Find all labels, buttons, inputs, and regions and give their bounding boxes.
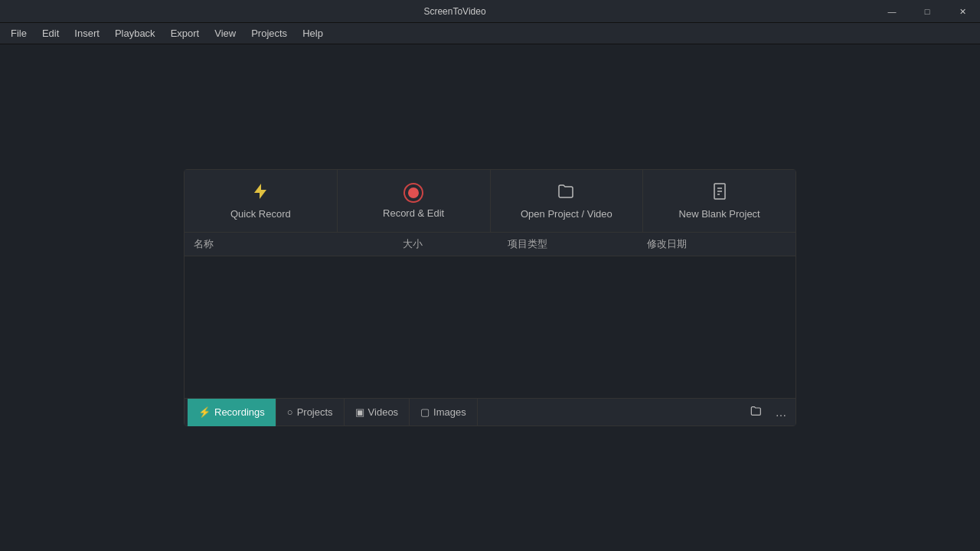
svg-marker-0	[254, 184, 266, 199]
menu-item-view[interactable]: View	[207, 24, 243, 42]
recordings-icon: ⚡	[198, 406, 211, 418]
quick-record-button[interactable]: Quick Record	[185, 170, 338, 232]
record-edit-button[interactable]: Record & Edit	[338, 170, 491, 232]
tab-projects[interactable]: ○ Projects	[276, 399, 345, 426]
titlebar-title: ScreenToVideo	[35, 6, 874, 17]
quick-record-label: Quick Record	[230, 208, 291, 220]
action-buttons: Quick Record Record & Edit Open Project …	[185, 170, 795, 233]
new-blank-label: New Blank Project	[679, 208, 760, 220]
open-project-button[interactable]: Open Project / Video	[491, 170, 644, 232]
minimize-button[interactable]: —	[874, 0, 910, 23]
document-icon	[710, 182, 729, 204]
center-panel: Quick Record Record & Edit Open Project …	[184, 169, 796, 426]
main-content: Quick Record Record & Edit Open Project …	[0, 44, 980, 551]
tab-recordings-label: Recordings	[214, 406, 265, 418]
tab-recordings[interactable]: ⚡ Recordings	[188, 399, 276, 426]
record-edit-label: Record & Edit	[383, 207, 444, 219]
col-size-header: 大小	[403, 237, 508, 251]
col-date-header: 修改日期	[647, 237, 786, 251]
folder-icon	[557, 182, 576, 204]
table-body	[185, 256, 795, 398]
menu-item-help[interactable]: Help	[295, 24, 331, 42]
menubar: FileEditInsertPlaybackExportViewProjects…	[0, 23, 980, 44]
col-name-header: 名称	[194, 237, 403, 251]
maximize-button[interactable]: □	[910, 0, 945, 23]
tab-videos-label: Videos	[368, 406, 399, 418]
titlebar-controls: — □ ✕	[874, 0, 980, 22]
images-icon: ▢	[420, 406, 430, 418]
tab-images[interactable]: ▢ Images	[410, 399, 478, 426]
bottom-tabs: ⚡ Recordings ○ Projects ▣ Videos ▢ Image…	[185, 398, 795, 425]
table-header: 名称 大小 项目类型 修改日期	[185, 233, 795, 256]
record-icon	[403, 183, 423, 203]
menu-item-export[interactable]: Export	[163, 24, 207, 42]
menu-item-insert[interactable]: Insert	[67, 24, 107, 42]
more-options-button[interactable]: …	[769, 402, 792, 423]
lightning-icon	[251, 182, 270, 204]
videos-icon: ▣	[355, 406, 364, 418]
open-folder-button[interactable]	[745, 402, 768, 423]
tab-videos[interactable]: ▣ Videos	[345, 399, 410, 426]
close-button[interactable]: ✕	[945, 0, 980, 23]
projects-icon: ○	[287, 406, 293, 418]
open-project-label: Open Project / Video	[521, 208, 612, 220]
menu-item-edit[interactable]: Edit	[34, 24, 67, 42]
tab-actions: …	[745, 402, 792, 423]
menu-item-projects[interactable]: Projects	[243, 24, 295, 42]
table-area: 名称 大小 项目类型 修改日期	[185, 233, 795, 398]
col-type-header: 项目类型	[508, 237, 647, 251]
tab-images-label: Images	[433, 406, 466, 418]
more-icon: …	[776, 406, 787, 419]
menu-item-playback[interactable]: Playback	[107, 24, 163, 42]
titlebar: ScreenToVideo — □ ✕	[0, 0, 980, 23]
tab-projects-label: Projects	[297, 406, 333, 418]
menu-item-file[interactable]: File	[3, 24, 34, 42]
open-folder-icon	[750, 405, 763, 419]
new-blank-button[interactable]: New Blank Project	[643, 170, 795, 232]
